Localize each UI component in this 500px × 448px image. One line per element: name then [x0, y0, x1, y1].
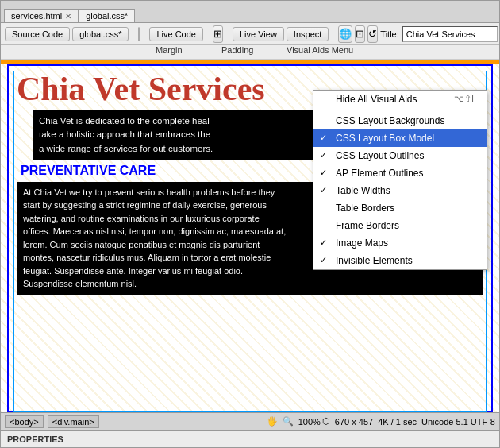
main-window: services.html ✕ global.css* Source Code … [0, 0, 500, 448]
menu-image-maps-label: Image Maps [336, 238, 388, 249]
menu-table-widths-label: Table Widths [336, 185, 390, 196]
tab-global-css[interactable]: global.css* [79, 9, 135, 22]
title-input[interactable] [402, 26, 498, 42]
visual-aids-dropdown: Hide All Visual Aids ⌥⇧I CSS Layout Back… [313, 90, 487, 270]
menu-css-backgrounds-label: CSS Layout Backgrounds [336, 115, 444, 126]
padding-label: Padding [221, 45, 253, 55]
menu-invisible-elements[interactable]: ✓ Invisible Elements [313, 252, 487, 269]
menu-ap-outlines-label: AP Element Outlines [336, 168, 424, 179]
margin-label: Margin [156, 45, 183, 55]
menu-css-box-model[interactable]: ✓ CSS Layout Box Model [313, 129, 487, 147]
visual-aids-button[interactable]: ⊡ [355, 25, 365, 43]
div-main-label: <div.main> [52, 417, 94, 427]
magnify-icon: 🔍 [283, 416, 294, 427]
toolbar-1: Source Code global.css* Code Split Desig… [1, 23, 499, 45]
zoom-value: 100% [298, 417, 321, 427]
hand-icon: 🖐 [267, 416, 278, 427]
tab-services-html[interactable]: services.html ✕ [4, 9, 79, 22]
menu-table-widths[interactable]: ✓ Table Widths [313, 182, 487, 199]
tab-close-icon[interactable]: ✕ [65, 12, 71, 21]
status-right: 🖐 🔍 100% ⬡ 670 x 457 4K / 1 sec Unicode … [267, 416, 495, 427]
check-icon-4: ✓ [320, 185, 327, 195]
view-mode-group: Code Split Design [138, 27, 140, 41]
encoding: Unicode 5.1 UTF-8 [421, 417, 495, 427]
properties-bar: PROPERTIES [1, 430, 499, 447]
menu-table-borders-label: Table Borders [336, 203, 394, 214]
menu-css-outlines[interactable]: ✓ CSS Layout Outlines [313, 147, 487, 164]
refresh-icon[interactable]: ↺ [367, 25, 378, 43]
check-icon-5: ✓ [320, 238, 327, 248]
menu-css-backgrounds[interactable]: CSS Layout Backgrounds [313, 112, 487, 129]
memory: 4K / 1 sec [378, 417, 417, 427]
title-field: Title: [380, 26, 497, 42]
menu-hide-all-shortcut: ⌥⇧I [454, 94, 474, 104]
body-tag[interactable]: <body> [5, 415, 44, 428]
menu-css-box-model-label: CSS Layout Box Model [336, 133, 434, 144]
labels-row: Margin Padding Visual Aids Menu [1, 45, 499, 60]
menu-css-outlines-label: CSS Layout Outlines [336, 150, 424, 161]
tab-global-label: global.css* [86, 11, 128, 21]
menu-separator-1 [313, 110, 487, 110]
menu-invisible-elements-label: Invisible Elements [336, 255, 413, 266]
status-bar: <body> <div.main> 🖐 🔍 100% ⬡ 670 x 457 4… [1, 412, 499, 430]
menu-table-borders[interactable]: Table Borders [313, 199, 487, 217]
tab-bar: services.html ✕ global.css* [1, 1, 499, 23]
menu-frame-borders-label: Frame Borders [336, 220, 399, 231]
tab-services-label: services.html [11, 11, 62, 21]
menu-hide-all-label: Hide All Visual Aids [336, 94, 417, 105]
earth-icon[interactable]: 🌐 [338, 25, 352, 43]
menu-frame-borders[interactable]: Frame Borders [313, 217, 487, 234]
div-main-tag[interactable]: <div.main> [48, 415, 99, 428]
design-area: Chia Vet Services Chia Vet is dedicated … [1, 60, 499, 412]
body-text: At Chia Vet we try to prevent serious he… [23, 187, 286, 289]
zoom-control[interactable]: 100% ⬡ [298, 416, 330, 427]
expand-icon[interactable]: ⊞ [213, 25, 223, 43]
visual-aids-label: Visual Aids Menu [287, 45, 353, 55]
inspect-button[interactable]: Inspect [287, 27, 329, 41]
dimensions: 670 x 457 [335, 417, 373, 427]
menu-ap-outlines[interactable]: ✓ AP Element Outlines [313, 164, 487, 182]
intro-text: Chia Vet is dedicated to the complete he… [39, 116, 213, 153]
check-icon: ✓ [320, 133, 327, 143]
live-code-button[interactable]: Live Code [149, 27, 203, 41]
properties-label: PROPERTIES [7, 434, 63, 444]
check-icon-6: ✓ [320, 255, 327, 265]
source-code-button[interactable]: Source Code [5, 27, 70, 41]
live-view-button[interactable]: Live View [233, 27, 284, 41]
zoom-arrows[interactable]: ⬡ [322, 416, 330, 427]
code-button[interactable]: Code [139, 28, 140, 41]
body-tag-label: <body> [10, 417, 39, 427]
check-icon-3: ✓ [320, 168, 327, 178]
check-icon-2: ✓ [320, 150, 327, 160]
title-label: Title: [380, 29, 398, 39]
menu-image-maps[interactable]: ✓ Image Maps [313, 234, 487, 252]
menu-hide-all[interactable]: Hide All Visual Aids ⌥⇧I [313, 91, 487, 108]
global-css-button[interactable]: global.css* [72, 27, 129, 41]
